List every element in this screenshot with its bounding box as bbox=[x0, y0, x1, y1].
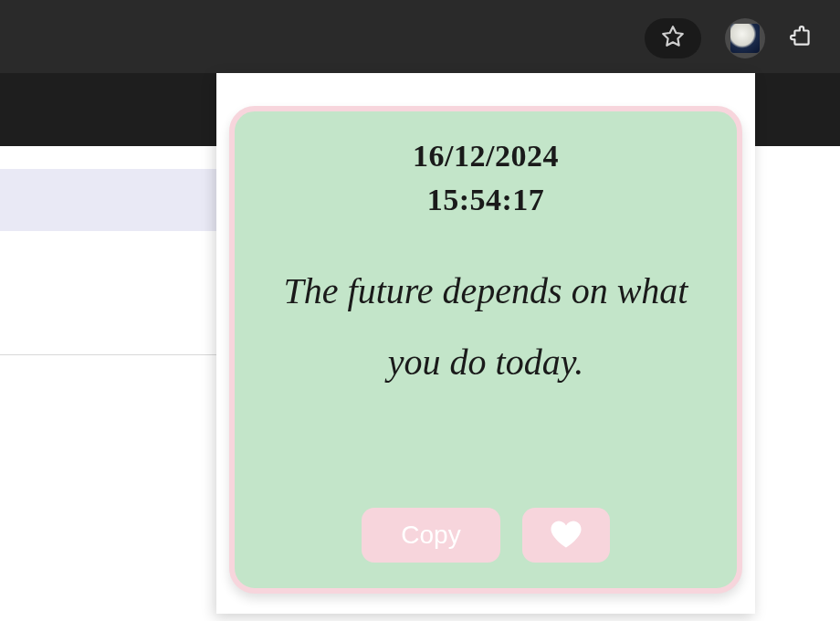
extensions-button[interactable] bbox=[782, 18, 822, 58]
page-divider bbox=[0, 354, 216, 355]
profile-avatar-button[interactable] bbox=[725, 18, 765, 58]
puzzle-icon bbox=[790, 25, 814, 52]
page-subheader-band bbox=[0, 169, 216, 231]
date-label: 16/12/2024 bbox=[413, 139, 559, 174]
svg-marker-0 bbox=[663, 26, 683, 46]
quote-card: 16/12/2024 15:54:17 The future depends o… bbox=[229, 106, 742, 594]
copy-button[interactable]: Copy bbox=[362, 508, 500, 563]
bookmark-star-icon[interactable] bbox=[661, 25, 685, 52]
toolbar-right bbox=[645, 18, 822, 58]
quote-text: The future depends on what you do today. bbox=[257, 256, 715, 398]
moon-avatar-icon bbox=[730, 24, 760, 53]
time-label: 15:54:17 bbox=[427, 183, 545, 217]
extension-popup: 16/12/2024 15:54:17 The future depends o… bbox=[216, 73, 755, 614]
card-actions: Copy bbox=[362, 508, 610, 563]
omnibox-bookmark-area bbox=[645, 18, 701, 58]
browser-toolbar bbox=[0, 0, 840, 73]
favorite-button[interactable] bbox=[522, 508, 610, 563]
heart-icon bbox=[550, 520, 583, 552]
